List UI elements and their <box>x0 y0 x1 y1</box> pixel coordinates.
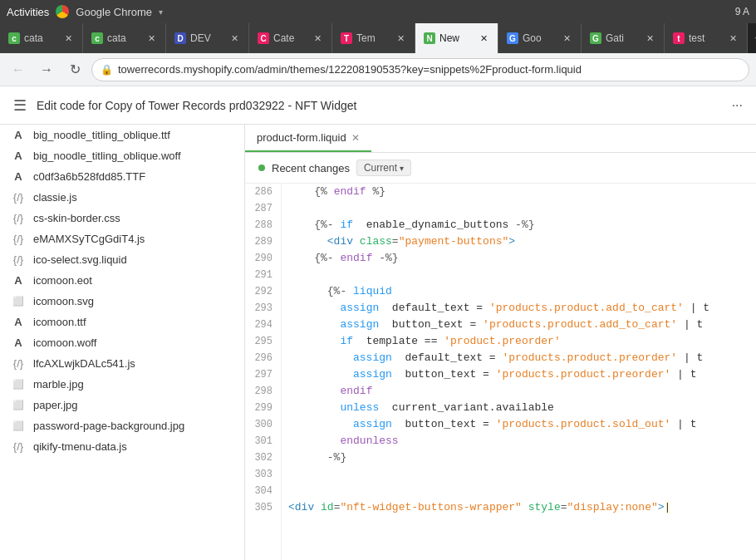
sidebar-item-icomoon-ttf[interactable]: A icomoon.ttf <box>0 312 244 332</box>
tab-close-gati[interactable]: ✕ <box>645 32 655 46</box>
chrome-favicon-icon <box>56 5 69 18</box>
js-file-icon: {/} <box>10 233 27 245</box>
js-file-icon: {/} <box>10 191 27 204</box>
sidebar-item-big-noodle-ttf[interactable]: A big_noodle_titling_oblique.ttf <box>0 125 244 145</box>
code-editor[interactable]: 286 287 288 289 290 291 292 293 294 295 … <box>245 184 756 560</box>
chevron-down-icon[interactable]: ▾ <box>159 7 163 17</box>
line-number: 290 <box>253 250 272 267</box>
tab-cate[interactable]: C Cate ✕ <box>249 23 332 53</box>
sidebar-toggle-button[interactable]: ☰ <box>13 96 27 115</box>
tab-close-new[interactable]: ✕ <box>479 32 489 46</box>
sidebar-item-marble[interactable]: ⬜ marble.jpg <box>0 374 244 395</box>
url-bar[interactable]: 🔒 towerrecords.myshopify.com/admin/theme… <box>91 58 749 81</box>
sidebar-item-classie[interactable]: {/} classie.js <box>0 187 244 208</box>
tab-cata2[interactable]: c cata ✕ <box>83 23 166 53</box>
tab-close-cate[interactable]: ✕ <box>312 32 323 46</box>
nav-bar: ← → ↻ 🔒 towerrecords.myshopify.com/admin… <box>0 53 756 86</box>
file-name: password-page-background.jpg <box>33 420 184 432</box>
line-number: 303 <box>253 466 272 483</box>
file-name: marble.jpg <box>33 378 84 391</box>
liquid-file-icon: {/} <box>10 253 27 266</box>
code-line-300: assign button_text = 'products.product.s… <box>288 416 749 433</box>
file-name: lfcAXLwjkDALc541.js <box>33 357 135 370</box>
chevron-down-icon: ▾ <box>400 164 404 173</box>
img-file-icon: ⬜ <box>10 400 27 410</box>
sidebar-item-big-noodle-woff[interactable]: A big_noodle_titling_oblique.woff <box>0 145 244 166</box>
tab-cata1[interactable]: c cata ✕ <box>0 23 83 53</box>
sidebar-item-cs-skin[interactable]: {/} cs-skin-border.css <box>0 208 244 228</box>
tab-close-test[interactable]: ✕ <box>728 32 739 46</box>
file-name: big_noodle_titling_oblique.woff <box>33 150 181 162</box>
code-line-297: assign button_text = 'products.product.p… <box>288 366 749 383</box>
tab-title-test: test <box>689 32 724 44</box>
css-file-icon: {/} <box>10 212 27 224</box>
sidebar-item-emamx[interactable]: {/} eMAMXSyTCgGdiT4.js <box>0 228 244 249</box>
new-tab-icon[interactable]: + <box>748 30 756 47</box>
line-number: 304 <box>253 483 272 499</box>
tab-favicon-tem: T <box>341 32 352 44</box>
code-line-286: {% endif %} <box>288 184 749 200</box>
code-line-288: {%- if enable_dynamic_buttons -%} <box>288 217 749 233</box>
line-number: 292 <box>253 283 272 300</box>
line-number: 296 <box>253 350 272 366</box>
back-button[interactable]: ← <box>7 58 30 81</box>
tab-tem[interactable]: T Tem ✕ <box>332 23 415 53</box>
tab-title-goo: Goo <box>523 32 557 44</box>
tab-favicon-cate: C <box>258 32 269 44</box>
current-dropdown-button[interactable]: Current ▾ <box>356 160 411 176</box>
tab-favicon-dev: D <box>174 32 186 44</box>
line-number: 305 <box>253 499 272 516</box>
recent-changes-label: Recent changes <box>272 162 350 174</box>
code-lines: {% endif %} {%- if enable_dynamic_button… <box>282 184 756 560</box>
tab-close-goo[interactable]: ✕ <box>562 32 572 46</box>
tab-test[interactable]: t test ✕ <box>665 23 748 53</box>
code-line-298: endif <box>288 383 749 400</box>
sidebar-item-ico-select[interactable]: {/} ico-select.svg.liquid <box>0 249 244 270</box>
tab-favicon-cata2: c <box>91 32 103 44</box>
file-tab-close-button[interactable]: ✕ <box>351 132 360 144</box>
tab-title-new: New <box>439 32 474 44</box>
main-layout: A big_noodle_titling_oblique.ttf A big_n… <box>0 125 756 560</box>
tab-close-tem[interactable]: ✕ <box>395 32 406 46</box>
file-name: big_noodle_titling_oblique.ttf <box>33 129 170 141</box>
file-name: classie.js <box>33 191 77 204</box>
font-file-icon: A <box>10 170 27 183</box>
sidebar-item-icomoon-svg[interactable]: ⬜ icomoon.svg <box>0 291 244 312</box>
tab-close-dev[interactable]: ✕ <box>229 32 240 46</box>
line-number: 300 <box>253 416 272 433</box>
line-number: 286 <box>253 184 272 200</box>
sidebar-item-icomoon-woff[interactable]: A icomoon.woff <box>0 332 244 353</box>
sidebar-item-paper[interactable]: ⬜ paper.jpg <box>0 395 244 415</box>
tab-close-cata2[interactable]: ✕ <box>146 32 157 46</box>
font-file-icon: A <box>10 336 27 349</box>
reload-button[interactable]: ↻ <box>63 58 86 81</box>
tab-title-tem: Tem <box>356 32 391 44</box>
file-tab-product-form[interactable]: product-form.liquid ✕ <box>245 125 371 152</box>
sidebar: A big_noodle_titling_oblique.ttf A big_n… <box>0 125 245 560</box>
font-file-icon: A <box>10 316 27 328</box>
sidebar-item-icomoon-eot[interactable]: A icomoon.eot <box>0 270 244 291</box>
sidebar-item-c0df[interactable]: A c0df3a6b528fdd85.TTF <box>0 166 244 187</box>
recent-changes-bar: Recent changes Current ▾ <box>245 153 756 184</box>
font-file-icon: A <box>10 274 27 287</box>
code-line-296: assign default_text = 'products.product.… <box>288 350 749 366</box>
tab-title-dev: DEV <box>190 32 225 44</box>
sidebar-item-lfcax[interactable]: {/} lfcAXLwjkDALc541.js <box>0 353 244 374</box>
sidebar-item-password-bg[interactable]: ⬜ password-page-background.jpg <box>0 415 244 436</box>
sidebar-item-qikify[interactable]: {/} qikify-tmenu-data.js <box>0 436 244 457</box>
code-line-291 <box>288 267 749 283</box>
tab-gati[interactable]: G Gati ✕ <box>582 23 665 53</box>
line-numbers: 286 287 288 289 290 291 292 293 294 295 … <box>245 184 282 560</box>
tab-goo[interactable]: G Goo ✕ <box>498 23 582 53</box>
more-options-button[interactable]: ··· <box>732 98 743 113</box>
file-name: icomoon.ttf <box>33 316 86 328</box>
img-file-icon: ⬜ <box>10 379 27 390</box>
tab-title-gati: Gati <box>606 32 641 44</box>
forward-button[interactable]: → <box>35 58 58 81</box>
file-name: icomoon.svg <box>33 295 94 307</box>
activities-button[interactable]: Activities <box>7 6 49 18</box>
tab-close-cata1[interactable]: ✕ <box>63 32 74 46</box>
tab-title-cata1: cata <box>24 32 59 44</box>
tab-dev[interactable]: D DEV ✕ <box>166 23 249 53</box>
tab-new[interactable]: N New ✕ <box>415 23 498 53</box>
